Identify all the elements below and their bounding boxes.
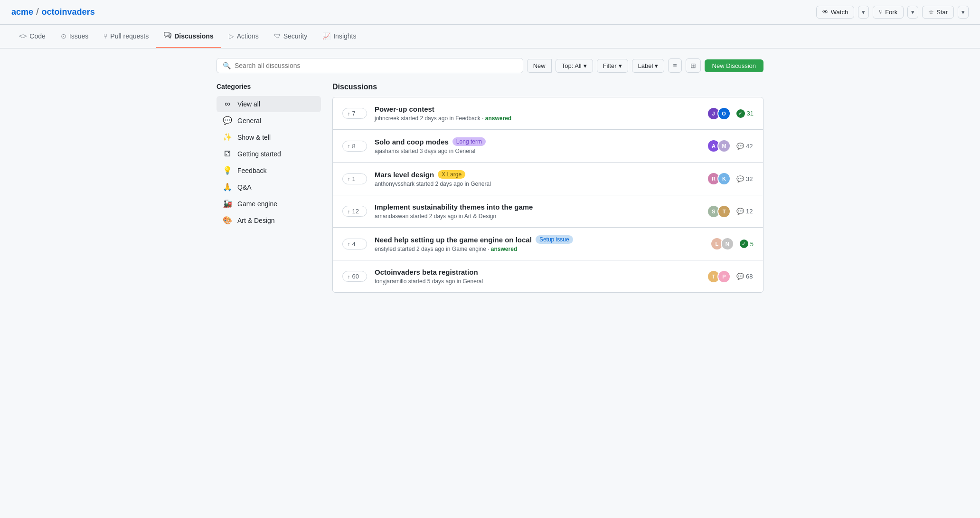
- list-view-button[interactable]: ≡: [668, 58, 681, 73]
- avatars: R K: [707, 172, 731, 185]
- discussions-panel: Discussions ↑ 7 Power-up contest johncre…: [332, 83, 763, 293]
- actions-icon: ▷: [229, 32, 234, 40]
- avatar: M: [717, 139, 731, 153]
- avatar: O: [717, 107, 731, 120]
- chat-icon: 💬: [222, 116, 233, 125]
- discussions-title: Discussions: [332, 83, 763, 91]
- star-caret[interactable]: ▾: [958, 6, 969, 19]
- discussion-title-text: Implement sustainability themes into the…: [375, 203, 533, 211]
- fork-icon: ⑂: [879, 9, 883, 16]
- discussion-item[interactable]: ↑ 1 Mars level design X Large anthonyvss…: [333, 163, 763, 195]
- discussion-body: Need help setting up the game engine on …: [375, 235, 703, 252]
- star-button[interactable]: ☆ Star: [922, 6, 954, 19]
- sidebar-label-feedback: Feedback: [237, 167, 266, 174]
- tab-pull-requests[interactable]: ⑂ Pull requests: [96, 26, 156, 48]
- discussion-body: Mars level design X Large anthonyvsshark…: [375, 170, 699, 187]
- avatars: L N: [710, 237, 734, 250]
- toolbar: 🔍 New Top: All ▾ Filter ▾ Label ▾ ≡ ⊞ Ne…: [217, 58, 763, 73]
- sidebar-item-game-engine[interactable]: 🚂 Game engine: [217, 195, 321, 212]
- search-input[interactable]: [235, 62, 517, 69]
- label-button[interactable]: Label ▾: [632, 59, 665, 73]
- top-all-caret-icon: ▾: [584, 62, 587, 69]
- dice-icon: ⚁: [222, 149, 233, 158]
- discussion-meta: johncreek started 2 days ago in Feedback…: [375, 115, 699, 122]
- nav-tabs: <> Code ⊙ Issues ⑂ Pull requests Discuss…: [0, 25, 980, 48]
- tab-actions[interactable]: ▷ Actions: [221, 26, 266, 48]
- sidebar-item-feedback[interactable]: 💡 Feedback: [217, 162, 321, 179]
- pull-requests-icon: ⑂: [104, 32, 107, 40]
- tab-discussions[interactable]: Discussions: [156, 25, 221, 48]
- search-box: 🔍: [217, 58, 523, 73]
- sidebar-item-getting-started[interactable]: ⚁ Getting started: [217, 145, 321, 162]
- tab-issues[interactable]: ⊙ Issues: [53, 26, 96, 48]
- upvote-icon: ↑: [348, 209, 350, 214]
- eye-icon: 👁: [822, 9, 829, 16]
- comment-icon: 💬: [736, 175, 744, 182]
- sidebar-label-art-design: Art & Design: [237, 217, 275, 224]
- pray-icon: 🙏: [222, 182, 233, 192]
- discussion-title-row: Solo and coop modes Long term: [375, 137, 699, 146]
- discussion-body: Solo and coop modes Long term ajashams s…: [375, 137, 699, 154]
- discussion-item[interactable]: ↑ 60 Octoinvaders beta registration tony…: [333, 260, 763, 292]
- vote-count: 8: [352, 143, 356, 150]
- org-link[interactable]: acme: [11, 7, 33, 17]
- new-discussion-button[interactable]: New Discussion: [705, 59, 763, 72]
- code-icon: <>: [19, 32, 27, 40]
- upvote-icon: ↑: [348, 241, 350, 247]
- sidebar-item-view-all[interactable]: ∞ View all: [217, 96, 321, 112]
- label-caret-icon: ▾: [655, 62, 658, 69]
- repo-link[interactable]: octoinvaders: [42, 7, 95, 17]
- discussion-body: Power-up contest johncreek started 2 day…: [375, 105, 699, 122]
- grid-view-button[interactable]: ⊞: [686, 58, 701, 73]
- vote-box: ↑ 60: [342, 271, 367, 282]
- filter-button[interactable]: Filter ▾: [597, 59, 628, 73]
- label-badge: Long term: [452, 137, 486, 146]
- sidebar-item-qna[interactable]: 🙏 Q&A: [217, 179, 321, 195]
- sidebar-item-show-tell[interactable]: ✨ Show & tell: [217, 129, 321, 145]
- comment-icon: 💬: [736, 273, 744, 280]
- avatar: T: [717, 205, 731, 218]
- filter-caret-icon: ▾: [619, 62, 622, 69]
- new-button[interactable]: New: [527, 59, 552, 73]
- discussion-title-text: Solo and coop modes: [375, 138, 449, 146]
- watch-button[interactable]: 👁 Watch: [816, 6, 854, 19]
- discussion-title-row: Mars level design X Large: [375, 170, 699, 179]
- comment-icon: 💬: [736, 143, 744, 150]
- tab-security[interactable]: 🛡 Security: [266, 26, 315, 48]
- grid-view-icon: ⊞: [690, 62, 696, 69]
- comment-icon: 💬: [736, 208, 744, 215]
- infinity-icon: ∞: [222, 100, 233, 108]
- sidebar-item-general[interactable]: 💬 General: [217, 112, 321, 129]
- watch-caret[interactable]: ▾: [858, 6, 869, 19]
- sidebar: Categories ∞ View all 💬 General ✨ Show &…: [217, 83, 321, 293]
- avatar: K: [717, 172, 731, 185]
- discussion-item[interactable]: ↑ 4 Need help setting up the game engine…: [333, 228, 763, 260]
- vote-count: 7: [352, 110, 356, 117]
- issues-icon: ⊙: [61, 32, 66, 40]
- fork-button[interactable]: ⑂ Fork: [873, 6, 904, 19]
- discussion-meta: anthonyvsshark started 2 days ago in Gen…: [375, 181, 699, 187]
- upvote-icon: ↑: [348, 111, 350, 116]
- tab-code[interactable]: <> Code: [11, 26, 53, 48]
- check-count: ✓ 5: [740, 240, 754, 248]
- sidebar-item-art-design[interactable]: 🎨 Art & Design: [217, 212, 321, 229]
- answered-icon: ✓: [736, 109, 745, 118]
- upvote-icon: ↑: [348, 176, 350, 182]
- train-icon: 🚂: [222, 199, 233, 208]
- discussion-title-row: Need help setting up the game engine on …: [375, 235, 703, 244]
- discussion-meta: enstyled started 2 days ago in Game engi…: [375, 246, 703, 252]
- discussion-body: Octoinvaders beta registration tonyjaram…: [375, 268, 699, 285]
- vote-count: 4: [352, 240, 356, 248]
- palette-icon: 🎨: [222, 216, 233, 225]
- discussion-title-text: Octoinvaders beta registration: [375, 268, 478, 276]
- discussion-item[interactable]: ↑ 8 Solo and coop modes Long term ajasha…: [333, 130, 763, 163]
- discussion-item[interactable]: ↑ 12 Implement sustainability themes int…: [333, 195, 763, 228]
- vote-box: ↑ 12: [342, 206, 367, 217]
- discussion-title-row: Power-up contest: [375, 105, 699, 113]
- comment-count: 💬 68: [736, 273, 754, 280]
- fork-caret[interactable]: ▾: [907, 6, 918, 19]
- sidebar-label-getting-started: Getting started: [237, 150, 281, 158]
- top-all-button[interactable]: Top: All ▾: [556, 59, 593, 73]
- tab-insights[interactable]: 📈 Insights: [315, 26, 364, 48]
- discussion-item[interactable]: ↑ 7 Power-up contest johncreek started 2…: [333, 97, 763, 130]
